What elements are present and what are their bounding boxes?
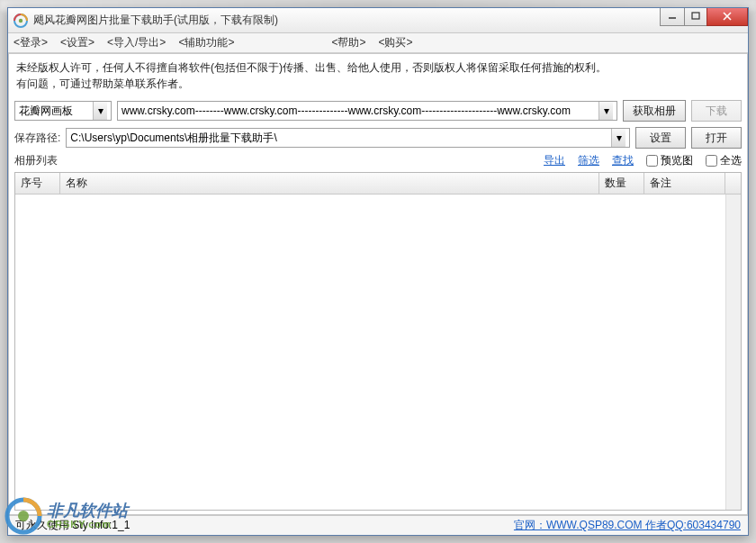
menu-buy[interactable]: <购买>: [378, 35, 412, 50]
menu-settings[interactable]: <设置>: [60, 35, 94, 50]
main-window: 飓风花瓣网图片批量下载助手(试用版，下载有限制) <登录> <设置> <导入/导…: [7, 7, 749, 536]
source-select[interactable]: 花瓣网画板 ▾: [14, 101, 112, 121]
statusbar: 可永久使用 Sty Info:1_1 官网：WWW.QSP89.COM 作者QQ…: [8, 515, 748, 535]
chevron-down-icon: ▾: [93, 102, 107, 120]
url-input[interactable]: www.crsky.com--------www.crsky.com------…: [117, 101, 617, 121]
col-remark[interactable]: 备注: [644, 173, 725, 194]
table-header: 序号 名称 数量 备注: [15, 173, 741, 195]
list-toolbar: 相册列表 导出 筛选 查找 预览图 全选: [14, 153, 742, 168]
notice-line1: 未经版权人许可，任何人不得擅自将软件(包括但不限于)传播、出售、给他人使用，否则…: [16, 59, 740, 76]
col-scroll-spacer: [725, 173, 741, 194]
source-row: 花瓣网画板 ▾ www.crsky.com--------www.crsky.c…: [14, 100, 742, 122]
select-all-checkbox-input[interactable]: [706, 155, 717, 167]
close-button[interactable]: [706, 8, 748, 26]
find-link[interactable]: 查找: [612, 153, 634, 168]
status-left: 可永久使用 Sty Info:1_1: [15, 518, 130, 533]
titlebar: 飓风花瓣网图片批量下载助手(试用版，下载有限制): [8, 8, 748, 33]
status-right-link[interactable]: 官网：WWW.QSP89.COM 作者QQ:603434790: [514, 518, 741, 533]
svg-rect-3: [692, 13, 699, 19]
app-icon: [14, 14, 28, 28]
preview-label: 预览图: [661, 153, 693, 168]
window-title: 飓风花瓣网图片批量下载助手(试用版，下载有限制): [33, 13, 278, 28]
chevron-down-icon: ▾: [598, 102, 613, 120]
menu-import-export[interactable]: <导入/导出>: [107, 35, 166, 50]
url-value: www.crsky.com--------www.crsky.com------…: [122, 104, 598, 117]
table-body: [15, 195, 741, 510]
menu-aux[interactable]: <辅助功能>: [178, 35, 234, 50]
path-value: C:\Users\yp\Documents\相册批量下载助手\: [70, 131, 611, 146]
filter-link[interactable]: 筛选: [578, 153, 599, 168]
export-link[interactable]: 导出: [544, 153, 565, 168]
window-controls: [661, 8, 748, 26]
album-table: 序号 名称 数量 备注: [14, 172, 742, 511]
content-area: 未经版权人许可，任何人不得擅自将软件(包括但不限于)传播、出售、给他人使用，否则…: [8, 53, 748, 515]
chevron-down-icon: ▾: [611, 129, 626, 147]
preview-checkbox-input[interactable]: [646, 155, 658, 167]
col-number[interactable]: 序号: [15, 173, 60, 194]
col-name[interactable]: 名称: [60, 173, 599, 194]
notice-line2: 有问题，可通过帮助菜单联系作者。: [16, 76, 740, 92]
menubar: <登录> <设置> <导入/导出> <辅助功能> <帮助> <购买>: [8, 33, 748, 53]
select-all-checkbox[interactable]: 全选: [706, 153, 742, 168]
source-selected: 花瓣网画板: [19, 104, 93, 119]
menu-login[interactable]: <登录>: [14, 35, 48, 50]
preview-checkbox[interactable]: 预览图: [646, 153, 693, 168]
notice-text: 未经版权人许可，任何人不得擅自将软件(包括但不限于)传播、出售、给他人使用，否则…: [14, 58, 742, 97]
path-row: 保存路径: C:\Users\yp\Documents\相册批量下载助手\ ▾ …: [14, 127, 742, 149]
path-open-button[interactable]: 打开: [691, 127, 742, 149]
menu-help[interactable]: <帮助>: [331, 35, 365, 50]
col-quantity[interactable]: 数量: [599, 173, 644, 194]
path-label: 保存路径:: [14, 131, 60, 146]
fetch-album-button[interactable]: 获取相册: [623, 100, 686, 122]
minimize-button[interactable]: [660, 8, 685, 26]
path-settings-button[interactable]: 设置: [635, 127, 686, 149]
maximize-button[interactable]: [684, 8, 707, 26]
vertical-scrollbar[interactable]: [725, 195, 741, 510]
path-input[interactable]: C:\Users\yp\Documents\相册批量下载助手\ ▾: [66, 128, 630, 148]
album-list-label: 相册列表: [14, 153, 58, 168]
download-button[interactable]: 下载: [691, 100, 742, 122]
select-all-label: 全选: [720, 153, 742, 168]
svg-point-1: [19, 18, 22, 22]
